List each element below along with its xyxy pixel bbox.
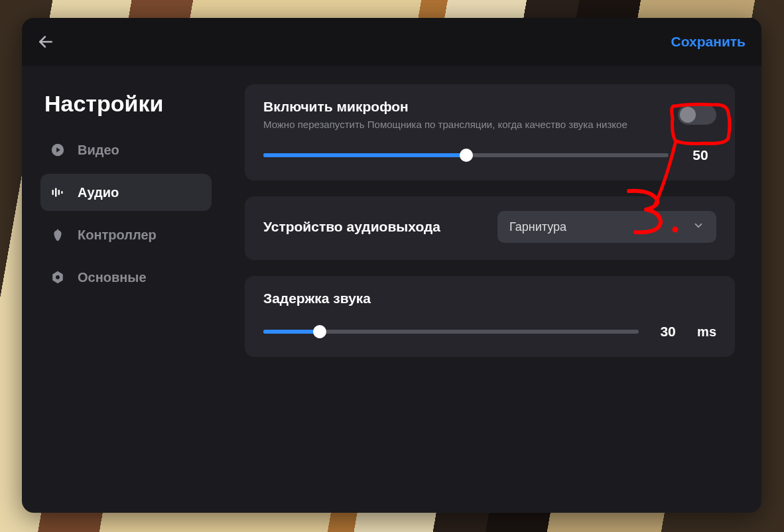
delay-value: 30 xyxy=(655,324,681,340)
arrow-left-icon xyxy=(37,33,54,50)
mic-toggle[interactable] xyxy=(678,105,716,125)
mic-subtitle: Можно перезапустить Помощника по трансля… xyxy=(263,119,627,130)
chevron-down-icon xyxy=(692,220,704,235)
card-microphone: Включить микрофон Можно перезапустить По… xyxy=(245,84,735,180)
back-button[interactable] xyxy=(31,27,60,56)
delay-unit: ms xyxy=(697,324,716,340)
mic-volume-value: 50 xyxy=(685,147,716,163)
output-title: Устройство аудиовыхода xyxy=(263,219,440,235)
card-sound-delay: Задержка звука 30 ms xyxy=(245,276,735,357)
titlebar: Сохранить xyxy=(22,18,761,66)
toggle-knob xyxy=(680,107,696,123)
card-output-device: Устройство аудиовыхода Гарнитура xyxy=(245,196,735,260)
content-area: Включить микрофон Можно перезапустить По… xyxy=(221,66,761,513)
delay-slider[interactable] xyxy=(263,326,639,337)
sidebar-nav: Видео Аудио Контроллер xyxy=(22,131,221,296)
save-button[interactable]: Сохранить xyxy=(671,34,746,50)
panel-body: Настройки Видео Аудио xyxy=(22,66,761,513)
sidebar-item-audio[interactable]: Аудио xyxy=(40,174,212,211)
output-device-selected: Гарнитура xyxy=(509,220,566,234)
sidebar-item-controller[interactable]: Контроллер xyxy=(40,216,212,253)
slider-fill xyxy=(263,153,466,157)
slider-thumb[interactable] xyxy=(313,325,326,338)
sidebar-item-label: Видео xyxy=(78,143,119,158)
svg-point-8 xyxy=(56,275,60,279)
settings-panel: Сохранить Настройки Видео Аудио xyxy=(22,18,761,513)
mic-title: Включить микрофон xyxy=(263,99,627,115)
page-title: Настройки xyxy=(22,84,221,131)
controller-icon xyxy=(50,227,66,243)
sidebar-item-label: Основные xyxy=(78,270,147,285)
slider-thumb[interactable] xyxy=(460,149,473,162)
sidebar-item-label: Аудио xyxy=(78,185,119,200)
sidebar-item-label: Контроллер xyxy=(78,228,157,243)
audio-wave-icon xyxy=(50,184,66,200)
mic-volume-slider[interactable] xyxy=(263,150,669,161)
slider-fill xyxy=(263,330,320,334)
sidebar: Настройки Видео Аудио xyxy=(22,66,221,513)
sidebar-item-general[interactable]: Основные xyxy=(40,259,212,296)
play-icon xyxy=(50,142,66,158)
output-device-select[interactable]: Гарнитура xyxy=(497,211,716,243)
delay-title: Задержка звука xyxy=(263,291,716,306)
gear-icon xyxy=(50,269,66,285)
sidebar-item-video[interactable]: Видео xyxy=(40,131,212,168)
